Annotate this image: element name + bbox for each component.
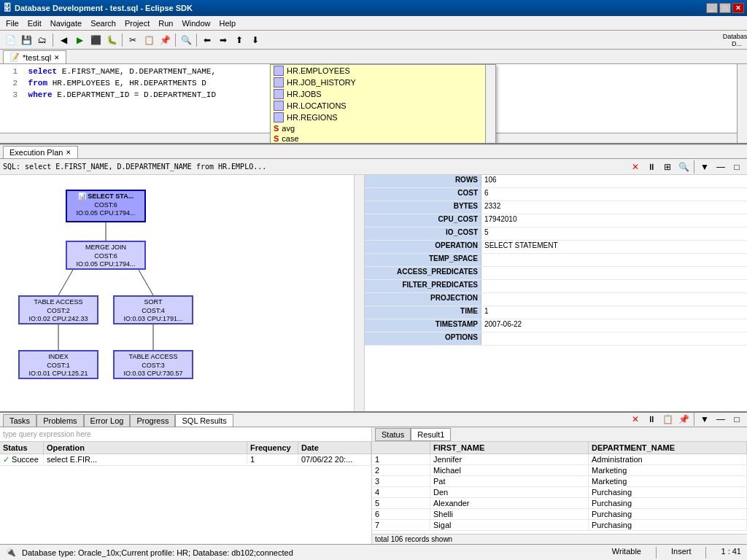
ac-item-case[interactable]: S case: [271, 133, 495, 144]
kw-select: select: [28, 67, 58, 76]
detail-val-rows: 106: [481, 175, 747, 187]
ac-item-jobs[interactable]: HR.JOBS: [271, 88, 495, 100]
nav-down-button[interactable]: ⬇: [248, 33, 263, 47]
exec-diagram-scrollbar[interactable]: [354, 175, 364, 411]
table-icon: [274, 101, 284, 111]
titlebar: 🗄 Database Development - test.sql - Ecli…: [0, 0, 747, 16]
paste-button[interactable]: 📌: [158, 33, 172, 47]
exec-more-button[interactable]: ▼: [697, 160, 712, 174]
exec-stop-button[interactable]: ✕: [628, 160, 643, 174]
detail-val-options: [481, 332, 747, 345]
tab-error-log[interactable]: Error Log: [84, 414, 131, 427]
detail-row-options: OPTIONS: [365, 332, 747, 346]
plan-node-table-access-1[interactable]: TABLE ACCESS COST:2 IO:0.02 CPU:242.33: [18, 295, 98, 324]
row-num-2: 2: [372, 465, 430, 475]
history-row-1[interactable]: ✓ Succee select E.FIR... 1 07/06/22 20:.…: [0, 454, 371, 466]
exec-zoom-in-button[interactable]: 🔍: [676, 160, 691, 174]
run-button[interactable]: ▶: [72, 33, 87, 47]
bottom-stop-button[interactable]: ✕: [628, 412, 643, 427]
exec-plan-tab-close[interactable]: ✕: [66, 149, 71, 156]
detail-val-operation: SELECT STATEMENT: [481, 241, 747, 253]
exec-pause-button[interactable]: ⏸: [644, 160, 659, 174]
stop-button[interactable]: ⬛: [88, 33, 103, 47]
nav-next-button[interactable]: ➡: [216, 33, 231, 47]
plan-node-index[interactable]: INDEX COST:1 IO:0.01 CPU:125.21: [18, 350, 98, 379]
success-icon: ✓: [3, 455, 9, 464]
exec-diagram[interactable]: 📊 SELECT STA... COST:6 IO:0.05 CPU:1794.…: [0, 175, 365, 411]
menu-search[interactable]: Search: [86, 18, 120, 29]
exec-plan-tab[interactable]: Execution Plan ✕: [3, 146, 78, 158]
exec-max-button[interactable]: □: [729, 160, 744, 174]
ac-item-locations[interactable]: HR.LOCATIONS: [271, 100, 495, 112]
middle-pane: Execution Plan ✕ SQL: select E.FIRST_NAM…: [0, 144, 747, 413]
row-fname-5: Alexander: [430, 498, 589, 508]
new-button[interactable]: 📄: [3, 33, 18, 47]
maximize-button[interactable]: □: [719, 3, 731, 13]
bottom-min-button[interactable]: —: [713, 412, 728, 427]
tab-progress[interactable]: Progress: [130, 414, 175, 427]
detail-row-io-cost: IO_COST 5: [365, 228, 747, 241]
detail-row-operation: OPERATION SELECT STATEMENT: [365, 241, 747, 254]
query-filter-input[interactable]: type query expression here: [0, 427, 371, 442]
cut-button[interactable]: ✂: [125, 33, 140, 47]
bottom-paste-button[interactable]: 📌: [676, 412, 691, 427]
ac-item-employees[interactable]: HR.EMPLOYEES: [271, 65, 495, 77]
plan-node-table-access-2[interactable]: TABLE ACCESS COST:3 IO:0.03 CPU:730.57: [113, 350, 193, 379]
bottom-pause-button[interactable]: ⏸: [644, 412, 659, 427]
plan-node-sort[interactable]: SORT COST:4 IO:0.03 CPU:1791...: [113, 295, 193, 324]
editor-tab-test-sql[interactable]: 📝 *test.sql ✕: [3, 50, 66, 63]
ac-item-regions[interactable]: HR.REGIONS: [271, 112, 495, 123]
editor-scrollbar-v[interactable]: [737, 64, 747, 143]
toolbar: 📄 💾 🗂 ◀ ▶ ⬛ 🐛 ✂ 📋 📌 🔍 ⬅ ➡ ⬆ ⬇ Database D…: [0, 31, 747, 50]
history-table: Status Operation Frequency Date ✓ Succee…: [0, 442, 371, 544]
nav-prev-button[interactable]: ⬅: [200, 33, 214, 47]
tab-tasks[interactable]: Tasks: [3, 414, 36, 427]
editor-pane[interactable]: 1 select E.FIRST_NAME, D.DEPARTMENT_NAME…: [0, 64, 747, 144]
minimize-button[interactable]: _: [706, 3, 718, 13]
menu-run[interactable]: Run: [154, 18, 177, 29]
detail-key-operation: OPERATION: [365, 241, 481, 253]
results-row-2: 2 Michael Marketing: [372, 465, 747, 476]
plan-node-select[interactable]: 📊 SELECT STA... COST:6 IO:0.05 CPU:1794.…: [66, 190, 146, 222]
ac-item-avg[interactable]: S avg: [271, 123, 495, 133]
tab-problems[interactable]: Problems: [36, 414, 83, 427]
plan-node-merge-join[interactable]: MERGE JOIN COST:6 IO:0.05 CPU:1794...: [66, 241, 146, 270]
ac-item-job-history[interactable]: HR.JOB_HISTORY: [271, 77, 495, 88]
status-mode: Writable: [612, 547, 641, 559]
detail-row-timestamp: TIMESTAMP 2007-06-22: [365, 319, 747, 332]
menu-file[interactable]: File: [1, 18, 23, 29]
nav-up-button[interactable]: ⬆: [232, 33, 247, 47]
bottom-copy-button[interactable]: 📋: [660, 412, 675, 427]
close-button[interactable]: ✕: [732, 3, 744, 13]
perspective-button[interactable]: Database D...: [729, 33, 744, 47]
svg-line-1: [58, 270, 73, 295]
line-number-3: 3: [3, 89, 18, 101]
exec-fit-button[interactable]: ⊞: [660, 160, 675, 174]
save-button[interactable]: 💾: [19, 33, 34, 47]
bottom-more-button[interactable]: ▼: [697, 412, 712, 427]
save-all-button[interactable]: 🗂: [35, 33, 50, 47]
row-dept-3: Marketing: [589, 476, 747, 486]
exec-plan-tabbar: Execution Plan ✕: [0, 144, 747, 159]
tab-sql-results[interactable]: SQL Results: [175, 414, 233, 427]
menu-edit[interactable]: Edit: [23, 18, 46, 29]
bottom-max-button[interactable]: □: [729, 412, 744, 427]
autocomplete-dropdown[interactable]: HR.EMPLOYEES HR.JOB_HISTORY HR.JOBS HR.L…: [270, 64, 496, 144]
exec-min-button[interactable]: —: [713, 160, 728, 174]
back-button[interactable]: ◀: [56, 33, 71, 47]
menu-help[interactable]: Help: [215, 18, 241, 29]
results-row-6: 6 Shelli Purchasing: [372, 509, 747, 520]
results-tab-result1[interactable]: Result1: [411, 428, 451, 441]
search-tb-button[interactable]: 🔍: [179, 33, 193, 47]
tab-close-button[interactable]: ✕: [54, 54, 60, 61]
results-tab-status[interactable]: Status: [375, 428, 411, 441]
ac-item-coalesce[interactable]: S coalesce: [271, 144, 495, 144]
autocomplete-scrollbar[interactable]: [485, 65, 495, 144]
debug-button[interactable]: 🐛: [104, 33, 119, 47]
menu-navigate[interactable]: Navigate: [46, 18, 86, 29]
menu-window[interactable]: Window: [177, 18, 214, 29]
line-3-text: E.DEPARTMENT_ID = D.DEPARTMENT_ID: [57, 90, 216, 99]
menu-project[interactable]: Project: [120, 18, 154, 29]
row-dept-2: Marketing: [589, 465, 747, 475]
copy-button[interactable]: 📋: [142, 33, 156, 47]
